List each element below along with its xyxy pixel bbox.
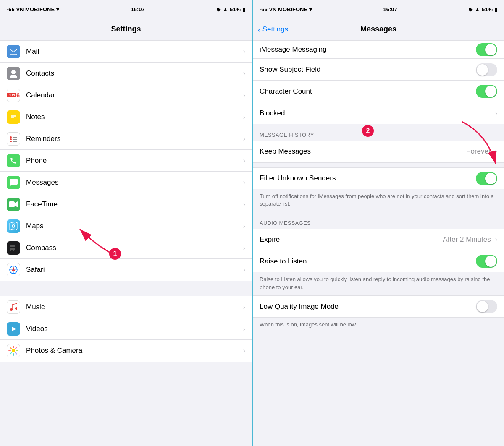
- photos-chevron: ›: [243, 347, 245, 355]
- show-subject-knob: [477, 64, 488, 76]
- section-divider-1: [0, 281, 252, 296]
- keep-messages-value: Forever: [466, 147, 491, 156]
- settings-row-mail[interactable]: Mail ›: [0, 41, 252, 63]
- arrow-icon-right: ▲: [475, 6, 480, 13]
- phone-icon: [7, 154, 20, 167]
- carrier-right: -66 VN MOBIFONE: [260, 6, 307, 13]
- show-subject-label: Show Subject Field: [260, 65, 476, 74]
- compass-label: Compass: [26, 244, 242, 252]
- settings-row-facetime[interactable]: FaceTime ›: [0, 193, 252, 215]
- phone-label: Phone: [26, 156, 242, 165]
- music-chevron: ›: [243, 303, 245, 311]
- videos-icon: [7, 322, 20, 336]
- settings-row-messages[interactable]: Messages ›: [0, 172, 252, 193]
- filter-unknown-toggle[interactable]: [476, 172, 497, 185]
- filter-unknown-label: Filter Unknown Senders: [260, 174, 476, 183]
- imessage-toggle[interactable]: [476, 43, 497, 56]
- page-title-right: Messages: [360, 25, 396, 34]
- show-subject-toggle[interactable]: [476, 63, 497, 76]
- settings-row-low-quality[interactable]: Low Quality Image Mode: [253, 296, 504, 318]
- messages-chevron: ›: [243, 179, 245, 186]
- battery-icon-left: ▮: [242, 6, 245, 13]
- settings-list-left: Mail › Contacts › SUN: [0, 40, 252, 446]
- notes-icon: [7, 110, 20, 124]
- char-count-knob: [485, 86, 496, 97]
- imessage-label: iMessage Messaging: [260, 45, 476, 54]
- settings-row-safari[interactable]: Safari ›: [0, 259, 252, 281]
- settings-group-2: Music › Videos ›: [0, 296, 252, 362]
- facetime-icon: [7, 198, 20, 211]
- char-count-toggle[interactable]: [476, 85, 497, 98]
- svg-line-43: [10, 353, 12, 354]
- calendar-label: Calendar: [26, 91, 242, 99]
- separator-filter: [253, 162, 504, 167]
- svg-line-42: [16, 348, 17, 349]
- keep-messages-chevron: ›: [495, 148, 497, 155]
- settings-row-calendar[interactable]: SUN 6 Calendar ›: [0, 84, 252, 106]
- message-history-header: MESSAGE HISTORY: [253, 124, 504, 141]
- settings-row-keep-messages[interactable]: Keep Messages 2 Forever ›: [253, 141, 504, 162]
- svg-point-8: [10, 138, 12, 140]
- phone-chevron: ›: [243, 157, 245, 164]
- back-button[interactable]: ‹ Settings: [258, 25, 288, 34]
- left-panel-inner: Mail › Contacts › SUN: [0, 40, 252, 446]
- battery-icon-right: ▮: [494, 6, 497, 13]
- settings-row-compass[interactable]: Compass ›: [0, 237, 252, 259]
- svg-rect-23: [16, 248, 16, 248]
- music-icon: [7, 300, 20, 314]
- right-panel: -66 VN MOBIFONE ▾ 16:07 ⊕ ▲ 51% ▮ ‹ Sett…: [252, 0, 504, 446]
- compass-chevron: ›: [243, 244, 245, 252]
- settings-row-contacts[interactable]: Contacts ›: [0, 63, 252, 84]
- svg-rect-12: [9, 201, 15, 207]
- time-right: 16:07: [383, 6, 397, 13]
- settings-row-filter-unknown[interactable]: Filter Unknown Senders: [253, 167, 504, 189]
- settings-row-phone[interactable]: Phone ›: [0, 150, 252, 172]
- settings-row-show-subject[interactable]: Show Subject Field: [253, 59, 504, 81]
- nav-header-right: ‹ Settings Messages: [253, 18, 504, 40]
- notes-chevron: ›: [243, 113, 245, 121]
- status-right-right: ⊕ ▲ 51% ▮: [468, 6, 497, 13]
- battery-left: 51%: [230, 6, 241, 13]
- top-partial-imessage[interactable]: iMessage Messaging: [253, 40, 504, 59]
- messages-icon: [7, 176, 20, 189]
- audio-messages-header: AUDIO MESSAGES: [253, 212, 504, 229]
- svg-point-35: [12, 349, 15, 352]
- svg-rect-26: [16, 250, 16, 251]
- status-bar-left: -66 VN MOBIFONE ▾ 16:07 ⊕ ▲ 51% ▮: [0, 0, 252, 18]
- settings-row-notes[interactable]: Notes ›: [0, 106, 252, 128]
- settings-row-char-count[interactable]: Character Count: [253, 81, 504, 102]
- time-left: 16:07: [131, 6, 144, 13]
- settings-row-maps[interactable]: Maps ›: [0, 215, 252, 237]
- left-panel: -66 VN MOBIFONE ▾ 16:07 ⊕ ▲ 51% ▮ Settin…: [0, 0, 252, 446]
- contacts-label: Contacts: [26, 69, 242, 78]
- settings-row-reminders[interactable]: Reminders ›: [0, 128, 252, 150]
- svg-rect-19: [13, 245, 15, 247]
- settings-row-blocked[interactable]: Blocked ›: [253, 102, 504, 124]
- settings-row-raise-listen[interactable]: Raise to Listen: [253, 250, 504, 272]
- page-title-left: Settings: [111, 25, 141, 34]
- keep-messages-label: Keep Messages: [260, 147, 466, 156]
- gps-icon-left: ⊕: [216, 6, 221, 13]
- status-left: -66 VN MOBIFONE ▾: [7, 6, 59, 13]
- messages-label: Messages: [26, 178, 242, 187]
- gps-icon-right: ⊕: [468, 6, 473, 13]
- maps-icon: [7, 219, 20, 233]
- settings-row-photos[interactable]: Photos & Camera ›: [0, 340, 252, 362]
- svg-rect-2: [10, 113, 16, 121]
- expire-value: After 2 Minutes: [443, 235, 491, 244]
- filter-description: Turn off notifications for iMessages fro…: [253, 189, 504, 212]
- reminders-label: Reminders: [26, 135, 242, 143]
- svg-line-41: [16, 353, 17, 354]
- svg-rect-24: [10, 250, 11, 251]
- nav-header-left: Settings: [0, 18, 252, 40]
- settings-row-music[interactable]: Music ›: [0, 296, 252, 318]
- svg-point-31: [10, 308, 13, 311]
- raise-listen-knob: [485, 256, 496, 267]
- low-quality-toggle[interactable]: [476, 300, 497, 313]
- settings-row-videos[interactable]: Videos ›: [0, 318, 252, 340]
- battery-right: 51%: [482, 6, 493, 13]
- raise-listen-toggle[interactable]: [476, 255, 497, 268]
- mail-chevron: ›: [243, 48, 245, 55]
- svg-rect-21: [13, 248, 15, 250]
- settings-row-expire[interactable]: Expire After 2 Minutes ›: [253, 229, 504, 250]
